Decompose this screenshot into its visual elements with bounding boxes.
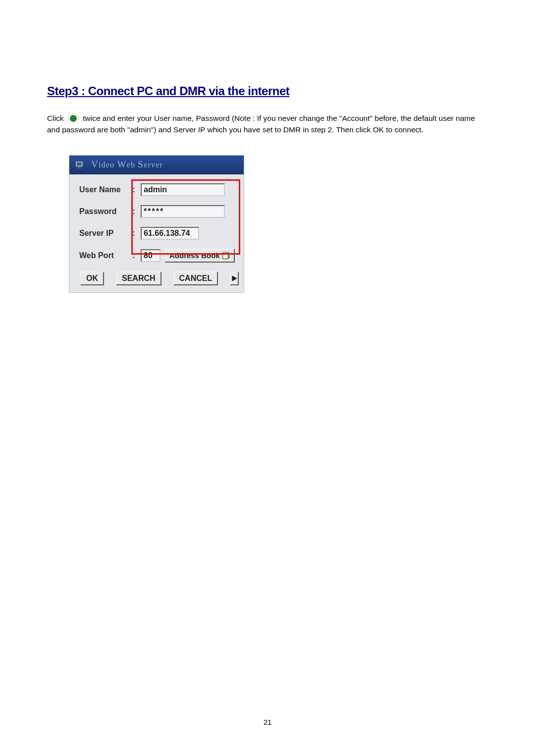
page-number: 21	[264, 718, 272, 726]
dialog-titlebar: Video Web Server	[69, 156, 244, 174]
address-book-button[interactable]: Address Book	[164, 249, 235, 263]
row-webport: Web Port : Address Book	[77, 249, 236, 263]
instruction-paragraph: Click twice and enter your User name, Pa…	[47, 113, 488, 135]
username-input[interactable]	[141, 183, 225, 196]
svg-marker-9	[232, 275, 238, 281]
svg-rect-7	[228, 255, 230, 256]
instruction-part1: Click	[47, 114, 64, 122]
web-port-input[interactable]	[141, 249, 160, 262]
dialog-title: Video Web Server	[91, 159, 163, 170]
dialog-form: User Name : Password : Server IP : Web P…	[69, 174, 244, 292]
password-input[interactable]	[141, 205, 225, 218]
label-serverip: Server IP	[77, 229, 131, 238]
dialog-button-row: OK SEARCH CANCEL	[77, 271, 236, 285]
instruction-part2: twice and enter your User name, Password…	[47, 114, 475, 134]
svg-rect-8	[228, 257, 230, 258]
step-heading: Step3 : Connect PC and DMR via the inter…	[47, 84, 488, 98]
row-password: Password :	[77, 205, 236, 218]
svg-rect-1	[77, 162, 82, 165]
row-username: User Name :	[77, 183, 236, 196]
titlebar-app-icon	[75, 160, 86, 169]
address-book-label: Address Book	[169, 251, 220, 260]
svg-rect-6	[228, 253, 230, 254]
svg-rect-5	[223, 253, 227, 258]
label-webport: Web Port	[77, 251, 131, 260]
cancel-button[interactable]: CANCEL	[173, 271, 218, 285]
play-icon	[231, 275, 238, 282]
server-ip-input[interactable]	[141, 227, 199, 240]
label-password: Password	[77, 207, 131, 216]
svg-rect-2	[78, 167, 81, 168]
app-launch-icon	[68, 113, 79, 124]
video-web-server-dialog: Video Web Server User Name : Password : …	[69, 155, 244, 293]
label-username: User Name	[77, 185, 131, 194]
play-button[interactable]	[230, 271, 239, 285]
svg-rect-3	[77, 168, 82, 168]
address-book-icon	[222, 251, 232, 260]
row-serverip: Server IP :	[77, 227, 236, 240]
search-button[interactable]: SEARCH	[116, 271, 161, 285]
ok-button[interactable]: OK	[80, 271, 104, 285]
